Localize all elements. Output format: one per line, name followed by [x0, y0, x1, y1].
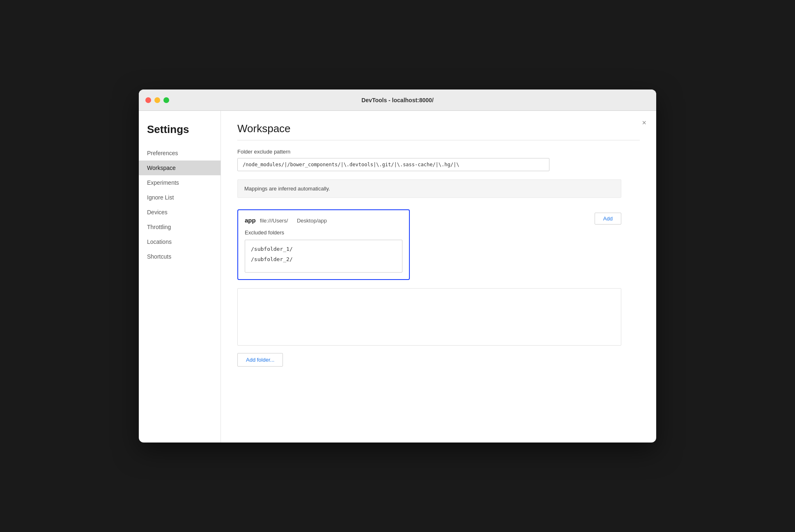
workspace-card: app file:///Users/ Desktop/app Excluded … — [237, 209, 410, 280]
add-folder-button[interactable]: Add folder... — [237, 353, 283, 367]
workspace-card-header: app file:///Users/ Desktop/app — [245, 217, 402, 224]
page-title: Workspace — [237, 122, 640, 135]
sidebar-item-experiments[interactable]: Experiments — [139, 175, 221, 190]
excluded-folder-1: /subfolder_1/ — [251, 244, 396, 255]
title-bar: DevTools - localhost:8000/ — [139, 89, 656, 111]
traffic-lights — [145, 97, 169, 103]
devtools-window: DevTools - localhost:8000/ Settings Pref… — [139, 89, 656, 443]
folder-exclude-input[interactable] — [237, 158, 549, 171]
sidebar-item-preferences[interactable]: Preferences — [139, 146, 221, 161]
excluded-folders-list: /subfolder_1/ /subfolder_2/ — [245, 240, 402, 273]
window-body: Settings Preferences Workspace Experimen… — [139, 111, 656, 443]
title-divider — [237, 140, 640, 140]
content-area — [237, 288, 621, 346]
side-actions: × Add — [595, 209, 621, 225]
add-button[interactable]: Add — [595, 213, 621, 225]
main-content: × Workspace Folder exclude pattern Mappi… — [221, 111, 656, 443]
sidebar-item-workspace[interactable]: Workspace — [139, 161, 221, 175]
excluded-folder-2: /subfolder_2/ — [251, 255, 396, 265]
workspace-row: app file:///Users/ Desktop/app Excluded … — [237, 209, 621, 288]
sidebar-item-locations[interactable]: Locations — [139, 234, 221, 249]
minimize-traffic-light[interactable] — [154, 97, 160, 103]
sidebar-item-devices[interactable]: Devices — [139, 205, 221, 220]
sidebar-heading: Settings — [139, 123, 221, 146]
close-traffic-light[interactable] — [145, 97, 151, 103]
folder-exclude-label: Folder exclude pattern — [237, 149, 640, 155]
window-title: DevTools - localhost:8000/ — [361, 97, 434, 103]
maximize-traffic-light[interactable] — [163, 97, 169, 103]
sidebar: Settings Preferences Workspace Experimen… — [139, 111, 221, 443]
sidebar-item-ignore-list[interactable]: Ignore List — [139, 190, 221, 205]
mappings-info: Mappings are inferred automatically. — [237, 179, 621, 198]
workspace-name: app — [245, 217, 256, 224]
workspace-path: file:///Users/ Desktop/app — [260, 218, 327, 224]
sidebar-item-throttling[interactable]: Throttling — [139, 220, 221, 234]
close-button[interactable]: × — [642, 119, 646, 126]
excluded-folders-label: Excluded folders — [245, 229, 402, 236]
sidebar-item-shortcuts[interactable]: Shortcuts — [139, 249, 221, 264]
